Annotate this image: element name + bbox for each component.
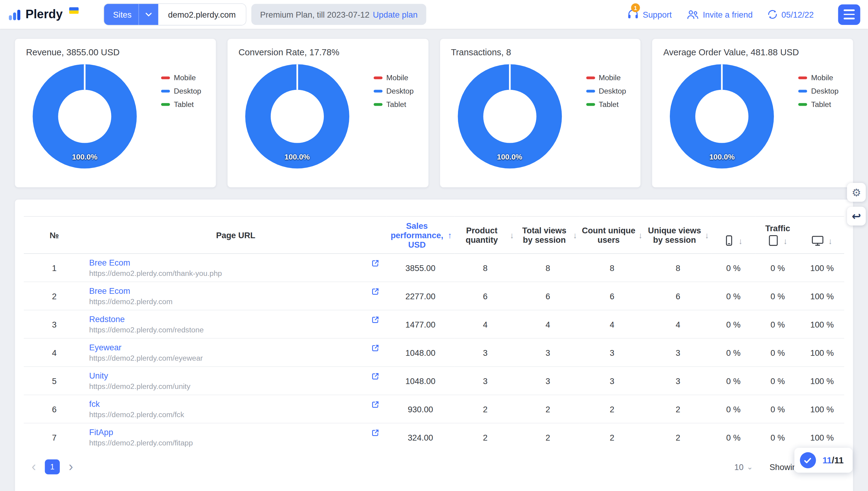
- aov-donut-chart: 100.0%: [670, 64, 774, 169]
- desktop-marker: [161, 90, 170, 92]
- views-cell: 3: [516, 367, 579, 395]
- avg-order-value-card: Average Order Value, 481.88 USD 100.0% M…: [652, 39, 853, 187]
- date-refresh[interactable]: 05/12/22: [767, 9, 814, 20]
- legend-item-desktop: Desktop: [586, 87, 626, 95]
- settings-button[interactable]: ⚙: [847, 183, 866, 202]
- legend-item-mobile: Mobile: [161, 74, 201, 82]
- chart-legend: Mobile Desktop Tablet: [799, 74, 839, 109]
- invite-friend-button[interactable]: Invite a friend: [686, 9, 753, 20]
- header-tablet-traffic[interactable]: ↓: [755, 233, 800, 253]
- page-link[interactable]: Redstone: [89, 314, 204, 324]
- external-link-icon[interactable]: [371, 315, 380, 324]
- date-label: 05/12/22: [781, 10, 814, 19]
- sites-dropdown-button[interactable]: Sites: [104, 4, 158, 25]
- header-total-views[interactable]: Total views by session↓: [516, 216, 579, 253]
- page-url: https://demo2.plerdy.com/fitapp: [89, 439, 193, 447]
- page-link[interactable]: Bree Ecom: [89, 286, 173, 295]
- pagination: ‹ 1 ›: [32, 459, 73, 474]
- header-mobile-traffic[interactable]: ↓: [711, 233, 755, 253]
- table-row: 7 FitApp https://demo2.plerdy.com/fitapp…: [24, 423, 844, 452]
- users-cell: 3: [579, 339, 645, 367]
- desktop-marker: [799, 90, 807, 92]
- mobile-traffic-cell: 0 %: [711, 310, 755, 339]
- external-link-icon[interactable]: [371, 344, 380, 352]
- hamburger-menu-button[interactable]: [838, 4, 860, 25]
- header-product-quantity[interactable]: Product quantity↓: [454, 216, 516, 253]
- external-link-icon[interactable]: [371, 372, 380, 381]
- desktop-traffic-cell: 100 %: [800, 367, 844, 395]
- sales-cell: 930.00: [386, 395, 454, 423]
- undo-reply-button[interactable]: ↩: [847, 207, 866, 226]
- header-sales-performance[interactable]: Sales performance, USD↑: [386, 216, 454, 253]
- desktop-traffic-cell: 100 %: [800, 253, 844, 282]
- table-row: 4 Eyewear https://demo2.plerdy.com/eyewe…: [24, 339, 844, 367]
- unique-views-cell: 8: [645, 253, 711, 282]
- page-link[interactable]: Eyewear: [89, 342, 203, 352]
- external-link-icon[interactable]: [371, 428, 380, 437]
- site-selector: Sites demo2.plerdy.com: [104, 4, 246, 25]
- chevron-down-icon: ⌄: [747, 462, 753, 471]
- brand-name: Plerdy: [26, 8, 63, 22]
- current-page-button[interactable]: 1: [45, 459, 60, 474]
- tablet-marker: [161, 103, 170, 106]
- chart-legend: Mobile Desktop Tablet: [374, 74, 414, 109]
- table-row: 3 Redstone https://demo2.plerdy.com/reds…: [24, 310, 844, 339]
- donut-percentage-label: 100.0%: [709, 153, 735, 161]
- plerdy-logo-icon: [8, 8, 22, 22]
- revenue-card: Revenue, 3855.00 USD 100.0% Mobile Deskt…: [15, 39, 216, 187]
- external-link-icon[interactable]: [371, 400, 380, 409]
- unique-views-cell: 3: [645, 339, 711, 367]
- page-link[interactable]: Bree Ecom: [89, 258, 222, 267]
- external-link-icon[interactable]: [371, 259, 380, 268]
- page-link[interactable]: FitApp: [89, 428, 193, 437]
- revenue-donut-chart: 100.0%: [33, 64, 137, 169]
- tablet-marker: [374, 103, 382, 106]
- legend-item-tablet: Tablet: [586, 100, 626, 108]
- support-button[interactable]: 1 Support: [627, 9, 672, 20]
- header-count-unique-users[interactable]: Count unique users↓: [579, 216, 645, 253]
- legend-item-tablet: Tablet: [161, 100, 201, 108]
- chart-legend: Mobile Desktop Tablet: [161, 74, 201, 109]
- sales-cell: 1048.00: [386, 339, 454, 367]
- page-link[interactable]: fck: [89, 399, 184, 408]
- tablet-icon: [768, 235, 779, 246]
- invite-label: Invite a friend: [703, 10, 753, 19]
- mobile-traffic-cell: 0 %: [711, 339, 755, 367]
- onboarding-progress-widget[interactable]: 11/11: [794, 448, 852, 473]
- plerdy-logo[interactable]: Plerdy: [8, 7, 79, 22]
- users-cell: 3: [579, 367, 645, 395]
- mobile-traffic-cell: 0 %: [711, 423, 755, 452]
- page-link[interactable]: Unity: [89, 371, 191, 380]
- update-plan-link[interactable]: Update plan: [373, 10, 417, 19]
- sort-desc-icon: ↓: [828, 236, 833, 245]
- header-page-url: Page URL: [85, 216, 386, 253]
- row-number: 6: [24, 395, 85, 423]
- app-viewport: Plerdy Sites demo2.plerdy.com Premium Pl…: [0, 0, 868, 491]
- donut-percentage-label: 100.0%: [284, 153, 310, 161]
- top-bar: Plerdy Sites demo2.plerdy.com Premium Pl…: [0, 0, 868, 29]
- reply-arrow-icon: ↩: [851, 210, 861, 222]
- qty-cell: 3: [454, 339, 516, 367]
- prev-page-button[interactable]: ‹: [32, 460, 36, 473]
- check-circle-icon: [800, 452, 816, 468]
- current-domain[interactable]: demo2.plerdy.com: [158, 4, 246, 25]
- header-unique-views[interactable]: Unique views by session↓: [645, 216, 711, 253]
- desktop-traffic-cell: 100 %: [800, 310, 844, 339]
- unique-views-cell: 3: [645, 367, 711, 395]
- row-number: 1: [24, 253, 85, 282]
- mobile-marker: [799, 76, 807, 79]
- unique-views-cell: 2: [645, 395, 711, 423]
- tablet-marker: [799, 103, 807, 106]
- next-page-button[interactable]: ›: [69, 460, 73, 473]
- page-url: https://demo2.plerdy.com: [89, 297, 173, 306]
- page-size-select[interactable]: 10 ⌄: [734, 462, 753, 471]
- page-url: https://demo2.plerdy.com/redstone: [89, 326, 204, 334]
- card-title: Average Order Value, 481.88 USD: [663, 48, 842, 58]
- sort-asc-icon: ↑: [448, 230, 452, 240]
- header-desktop-traffic[interactable]: ↓: [800, 233, 844, 253]
- legend-item-tablet: Tablet: [799, 100, 839, 108]
- donut-percentage-label: 100.0%: [497, 153, 522, 161]
- pages-table: № Page URL Sales performance, USD↑ Produ…: [24, 216, 844, 451]
- external-link-icon[interactable]: [371, 287, 380, 296]
- chart-legend: Mobile Desktop Tablet: [586, 74, 626, 109]
